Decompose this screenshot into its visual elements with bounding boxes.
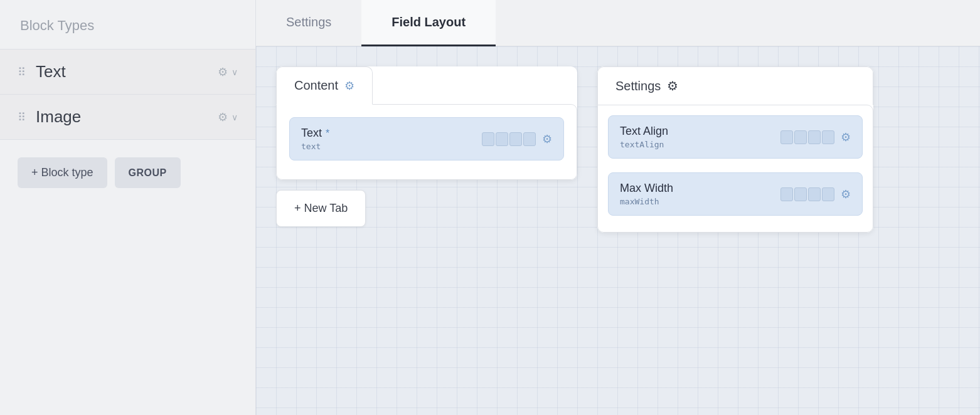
settings-tab-label: Settings — [615, 79, 661, 93]
block-item-text[interactable]: ⠿ Text ⚙ ∨ — [0, 50, 255, 95]
text-align-field-name: Text Align — [620, 125, 668, 138]
content-tab-panel: Content ⚙ Text * text — [276, 66, 577, 180]
text-field-info: Text * text — [301, 127, 329, 151]
settings-tab-gear-icon[interactable]: ⚙ — [667, 78, 678, 93]
width-control-max-width[interactable] — [780, 187, 834, 201]
text-align-field-item[interactable]: Text Align textAlign ⚙ — [608, 115, 863, 159]
max-width-field-item[interactable]: Max Width maxWidth ⚙ — [608, 172, 863, 216]
add-group-button[interactable]: GROUP — [115, 157, 181, 188]
sidebar-title: Block Types — [20, 18, 94, 33]
text-field-name: Text * — [301, 127, 329, 140]
main-area: Settings Field Layout Content ⚙ — [256, 0, 980, 415]
text-field-handle: text — [301, 142, 329, 151]
sidebar-header: Block Types — [0, 0, 255, 50]
tabs-bar: Settings Field Layout — [256, 0, 980, 46]
text-field-controls: ⚙ — [482, 132, 552, 146]
width-control-text-align[interactable] — [780, 130, 834, 144]
max-width-controls: ⚙ — [780, 187, 851, 201]
gear-icon-image[interactable]: ⚙ — [218, 110, 228, 124]
sidebar-footer: + Block type GROUP — [0, 140, 255, 206]
content-tab-body: Text * text ⚙ — [276, 104, 577, 180]
max-width-field-name: Max Width — [620, 182, 673, 195]
content-tab-label: Content — [294, 78, 338, 93]
field-layout-canvas: Content ⚙ Text * text — [256, 46, 980, 415]
settings-panel-tab[interactable]: Settings ⚙ — [597, 66, 873, 105]
text-field-item[interactable]: Text * text ⚙ — [289, 117, 564, 160]
block-item-label-text: Text — [36, 62, 218, 81]
width-control-text[interactable] — [482, 132, 536, 146]
new-tab-button[interactable]: + New Tab — [276, 190, 366, 227]
add-block-type-button[interactable]: + Block type — [18, 157, 107, 188]
tab-field-layout[interactable]: Field Layout — [361, 0, 496, 46]
width-cell-ta-2 — [794, 130, 807, 144]
width-cell-ta-4 — [822, 130, 834, 144]
drag-handle-text: ⠿ — [18, 65, 26, 79]
width-cell-ta-1 — [780, 130, 793, 144]
drag-handle-image: ⠿ — [18, 110, 26, 124]
width-cell-2 — [496, 132, 508, 146]
width-cell-4 — [523, 132, 536, 146]
text-field-gear-icon[interactable]: ⚙ — [542, 132, 552, 146]
settings-tab-panel: Settings ⚙ Text Align textAlign — [597, 66, 873, 233]
max-width-field-handle: maxWidth — [620, 197, 673, 206]
chevron-icon-text[interactable]: ∨ — [232, 67, 238, 77]
tab-settings[interactable]: Settings — [256, 0, 361, 46]
max-width-gear-icon[interactable]: ⚙ — [841, 187, 851, 201]
width-cell-mw-2 — [794, 187, 807, 201]
block-item-actions-image: ⚙ ∨ — [218, 110, 238, 124]
block-item-actions-text: ⚙ ∨ — [218, 65, 238, 79]
gear-icon-text[interactable]: ⚙ — [218, 65, 228, 79]
block-item-image[interactable]: ⠿ Image ⚙ ∨ — [0, 95, 255, 140]
content-tab[interactable]: Content ⚙ — [276, 66, 373, 105]
required-star: * — [326, 128, 329, 139]
width-cell-mw-3 — [808, 187, 821, 201]
block-item-label-image: Image — [36, 107, 218, 127]
width-cell-1 — [482, 132, 494, 146]
text-align-field-handle: textAlign — [620, 140, 668, 149]
text-align-gear-icon[interactable]: ⚙ — [841, 130, 851, 144]
width-cell-mw-4 — [822, 187, 834, 201]
content-tab-header: Content ⚙ — [276, 66, 577, 104]
width-cell-3 — [509, 132, 522, 146]
text-align-controls: ⚙ — [780, 130, 851, 144]
settings-body: Text Align textAlign ⚙ — [597, 105, 873, 233]
width-cell-ta-3 — [808, 130, 821, 144]
text-align-field-info: Text Align textAlign — [620, 125, 668, 149]
content-panel-wrapper: Content ⚙ Text * text — [276, 66, 577, 227]
width-cell-mw-1 — [780, 187, 793, 201]
max-width-field-info: Max Width maxWidth — [620, 182, 673, 206]
content-tab-gear-icon[interactable]: ⚙ — [344, 79, 354, 93]
sidebar: Block Types ⠿ Text ⚙ ∨ ⠿ Image ⚙ ∨ + Blo… — [0, 0, 256, 415]
chevron-icon-image[interactable]: ∨ — [232, 112, 238, 122]
